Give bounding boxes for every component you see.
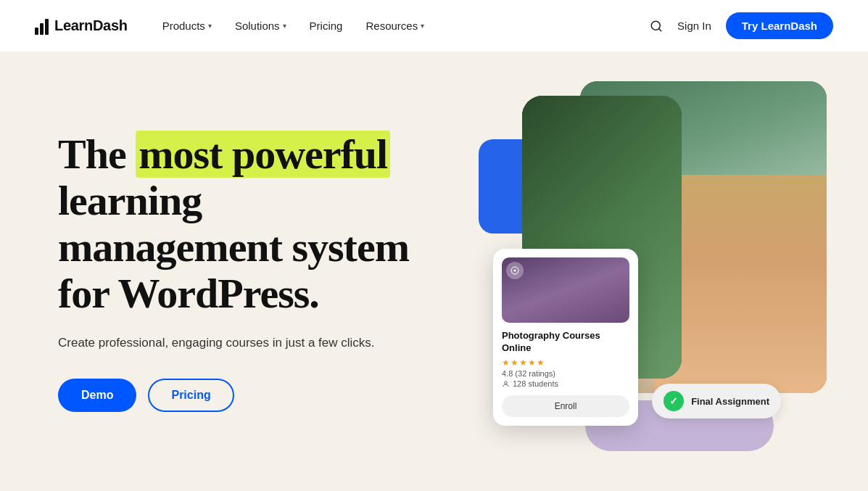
navbar: LearnDash Products ▾ Solutions ▾ Pricing… [0,0,868,52]
hero-section: The most powerful learning management sy… [0,52,868,491]
search-button[interactable] [650,20,663,33]
logo-icon [35,17,49,35]
products-chevron-icon: ▾ [208,22,212,30]
course-stars: ★★★★★ [502,358,629,368]
nav-actions: Sign In Try LearnDash [650,12,833,39]
svg-point-3 [514,270,516,272]
hero-headline: The most powerful learning management sy… [58,131,435,316]
assignment-badge: ✓ Final Assignment [652,384,781,418]
badge-label: Final Assignment [691,396,769,407]
hero-subtext: Create professional, engaging courses in… [58,334,435,352]
sign-in-link[interactable]: Sign In [677,20,711,32]
nav-resources[interactable]: Resources ▾ [365,20,424,32]
svg-line-1 [659,28,661,30]
demo-button[interactable]: Demo [58,379,136,412]
resources-chevron-icon: ▾ [421,22,424,30]
highlighted-text: most powerful [136,131,390,178]
solutions-chevron-icon: ▾ [283,22,286,30]
pricing-button[interactable]: Pricing [148,379,233,412]
search-icon [650,20,663,33]
enroll-button[interactable]: Enroll [502,395,629,417]
logo[interactable]: LearnDash [35,17,128,35]
course-title: Photography Courses Online [502,330,629,355]
course-card-image [502,257,629,323]
nav-solutions[interactable]: Solutions ▾ [235,20,286,32]
hero-content: The most powerful learning management sy… [58,131,435,412]
students-icon [502,380,510,388]
check-icon: ✓ [664,391,684,411]
aperture-icon [511,266,519,275]
course-students: 128 students [502,379,629,388]
nav-products[interactable]: Products ▾ [162,20,212,32]
course-rating: 4.8 (32 ratings) [502,369,629,378]
logo-text: LearnDash [54,17,128,34]
nav-links: Products ▾ Solutions ▾ Pricing Resources… [162,20,650,32]
course-card: Photography Courses Online ★★★★★ 4.8 (32… [493,249,638,426]
nav-pricing[interactable]: Pricing [310,20,343,32]
hero-illustration: Photography Courses Online ★★★★★ 4.8 (32… [435,52,810,491]
hero-buttons: Demo Pricing [58,379,435,412]
try-learndash-button[interactable]: Try LearnDash [726,12,833,39]
svg-point-4 [505,381,508,384]
